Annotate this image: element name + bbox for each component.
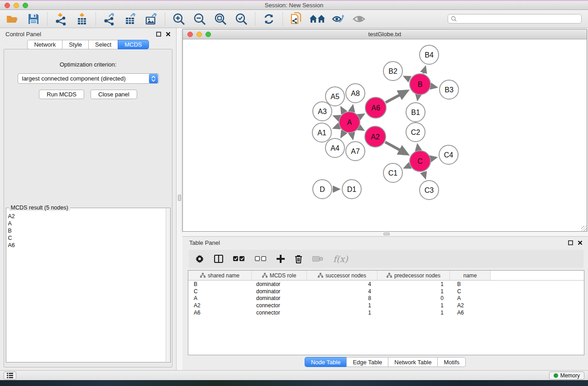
node-B3[interactable]: B3 <box>440 80 459 99</box>
edge-B-B1[interactable] <box>418 95 418 100</box>
zoom-out-button[interactable] <box>191 11 209 27</box>
preview-button[interactable] <box>350 11 368 27</box>
column-header-shared-name[interactable]: shared name <box>188 271 252 280</box>
node-A3[interactable]: A3 <box>313 102 332 121</box>
cell-predecessor-nodes[interactable]: 0 <box>378 295 450 301</box>
mcds-result-item[interactable]: A2 <box>8 213 170 220</box>
unselect-all-columns-icon[interactable] <box>255 256 267 262</box>
cell-predecessor-nodes[interactable]: 1 <box>378 310 450 316</box>
clone-network-button[interactable] <box>287 11 306 27</box>
close-panel-button[interactable]: Close panel <box>91 90 137 99</box>
cell-MCDS-role[interactable]: dominator <box>252 281 307 287</box>
edge-B-B2[interactable] <box>405 77 410 80</box>
cell-predecessor-nodes[interactable]: 1 <box>378 281 450 287</box>
node-A6[interactable]: A6 <box>365 97 386 118</box>
tab-edge-table[interactable]: Edge Table <box>346 357 388 367</box>
network-window-titlebar[interactable]: testGlobe.txt <box>183 29 587 39</box>
table-row[interactable]: Adominator80A <box>188 295 584 302</box>
splitter-handle[interactable] <box>383 233 390 235</box>
import-table-button[interactable] <box>73 11 91 27</box>
edge-A-A3[interactable] <box>335 116 339 118</box>
node-A7[interactable]: A7 <box>346 142 365 161</box>
edge-A-A2[interactable] <box>359 128 363 130</box>
edge-A-A4[interactable] <box>341 132 344 137</box>
tab-mcds[interactable]: MCDS <box>118 40 148 49</box>
edge-A-A7[interactable] <box>352 133 353 138</box>
column-header-name[interactable]: name <box>450 271 491 280</box>
cell-successor-nodes[interactable]: 1 <box>307 310 378 316</box>
column-header-predecessor-nodes[interactable]: predecessor nodes <box>378 271 450 280</box>
tab-select[interactable]: Select <box>88 40 118 49</box>
mcds-result-item[interactable]: B <box>8 227 170 234</box>
search-input[interactable] <box>459 16 578 22</box>
result-scrollbar[interactable] <box>166 209 170 362</box>
cell-shared-name[interactable]: A <box>188 295 252 301</box>
cell-MCDS-role[interactable]: dominator <box>252 295 307 301</box>
cell-shared-name[interactable]: A6 <box>188 310 252 316</box>
mcds-result-item[interactable]: A <box>8 220 170 227</box>
open-file-button[interactable] <box>4 11 22 27</box>
cell-name[interactable]: A <box>450 295 491 301</box>
export-network-button[interactable] <box>100 11 119 27</box>
cell-MCDS-role[interactable]: dominator <box>252 288 307 295</box>
edge-A-A8[interactable] <box>352 106 353 111</box>
cell-MCDS-role[interactable]: connector <box>252 310 307 316</box>
edge-A-A6[interactable] <box>359 114 363 117</box>
vertical-splitter[interactable] <box>177 28 182 370</box>
edge-C-C4[interactable] <box>431 157 435 158</box>
close-panel-icon[interactable] <box>578 240 583 245</box>
node-A1[interactable]: A1 <box>312 123 331 142</box>
import-network-button[interactable] <box>52 11 70 27</box>
node-C1[interactable]: C1 <box>383 163 402 182</box>
float-panel-icon[interactable] <box>156 32 161 37</box>
edge-A-A1[interactable] <box>334 126 339 128</box>
node-A2[interactable]: A2 <box>365 126 386 147</box>
zoom-fit-button[interactable] <box>211 11 229 27</box>
edge-C-C3[interactable] <box>423 172 425 177</box>
table-row[interactable]: Cdominator41C <box>188 288 584 295</box>
network-graph-canvas[interactable]: B4B2BB3A8A5A6A3B1AC2A1A2A4A7C4CC1DD1C3 <box>183 39 587 231</box>
horizontal-splitter[interactable] <box>182 232 588 236</box>
cell-name[interactable]: A2 <box>450 302 491 309</box>
edge-A2-C[interactable] <box>385 142 407 154</box>
table-row[interactable]: A6connector11A6 <box>188 309 584 316</box>
create-column-icon[interactable] <box>277 255 285 263</box>
node-C[interactable]: C <box>410 151 430 172</box>
cell-name[interactable]: C <box>450 288 491 295</box>
node-C4[interactable]: C4 <box>439 145 458 164</box>
node-D[interactable]: D <box>313 180 332 199</box>
edge-C-C1[interactable] <box>405 166 410 168</box>
edge-C-C2[interactable] <box>417 145 418 150</box>
cell-shared-name[interactable]: B <box>188 281 252 287</box>
edge-A-A5[interactable] <box>341 108 344 112</box>
node-C2[interactable]: C2 <box>406 123 425 142</box>
edge-B-B4[interactable] <box>423 67 425 73</box>
cell-predecessor-nodes[interactable]: 1 <box>378 302 450 309</box>
toolbar-search[interactable] <box>448 14 582 24</box>
table-row[interactable]: A2connector11A2 <box>188 302 584 309</box>
float-panel-icon[interactable] <box>568 240 573 245</box>
node-B1[interactable]: B1 <box>406 103 425 122</box>
cell-name[interactable]: B <box>450 281 491 287</box>
column-header-MCDS-role[interactable]: MCDS role <box>252 271 307 280</box>
first-neighbors-button[interactable] <box>308 11 326 27</box>
node-B2[interactable]: B2 <box>383 62 402 81</box>
splitter-handle[interactable] <box>178 195 181 201</box>
node-A5[interactable]: A5 <box>325 87 344 106</box>
cell-successor-nodes[interactable]: 1 <box>307 302 378 309</box>
cell-predecessor-nodes[interactable]: 1 <box>378 288 450 295</box>
column-header-successor-nodes[interactable]: successor nodes <box>307 271 378 280</box>
cell-MCDS-role[interactable]: connector <box>252 302 307 309</box>
delete-column-icon[interactable] <box>295 255 302 263</box>
table-row[interactable]: Bdominator41B <box>188 281 584 288</box>
tab-motifs[interactable]: Motifs <box>437 357 466 367</box>
cell-successor-nodes[interactable]: 4 <box>307 288 378 295</box>
cell-shared-name[interactable]: A2 <box>188 302 252 309</box>
task-history-button[interactable] <box>4 372 16 380</box>
mcds-result-item[interactable]: C <box>8 234 170 242</box>
refresh-button[interactable] <box>260 11 278 27</box>
node-A[interactable]: A <box>339 112 360 133</box>
column-settings-icon[interactable] <box>195 254 204 263</box>
select-all-columns-icon[interactable] <box>233 256 245 262</box>
edge-B-B3[interactable] <box>431 86 436 87</box>
